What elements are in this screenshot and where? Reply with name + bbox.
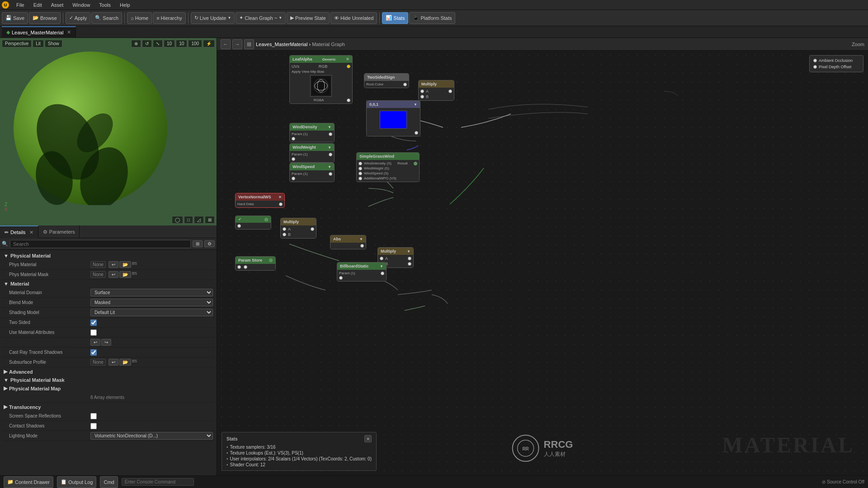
perspective-button[interactable]: Perspective (2, 40, 32, 47)
mult3-dropdown[interactable]: ▼ (407, 249, 410, 253)
preview-state-button[interactable]: ▶ Preview State (287, 12, 330, 24)
frame-button-2[interactable]: □ (184, 216, 193, 224)
param-small-node[interactable]: ✓ (235, 216, 271, 230)
menu-help[interactable]: Help (118, 2, 132, 8)
hide-unrelated-button[interactable]: 👁 Hide Unrelated (330, 12, 377, 24)
phys-mat-map-row: 8 Array elements (2, 393, 215, 403)
grid-size-button[interactable]: 10 (164, 40, 175, 47)
two-sided-sign-node[interactable]: TwoSidedSign Root Color (364, 73, 409, 88)
material-graph[interactable]: LeafAlpha Generic ✕ UVs RGB Apply View M… (217, 51, 868, 475)
apply-button[interactable]: ✓ Apply (66, 12, 91, 24)
main-tab[interactable]: ◆ Leaves_MasterMaterial ✕ (2, 26, 76, 38)
advanced-section[interactable]: ▶ Advanced (2, 367, 215, 376)
content-drawer-button[interactable]: 📁 Content Drawer (4, 476, 53, 488)
translate-button[interactable]: ⊕ (131, 40, 141, 47)
source-control-status[interactable]: ⊘ Source Control Off (822, 479, 864, 484)
multiply-node-2[interactable]: Multiply A B (280, 218, 316, 239)
platform-stats-button[interactable]: 📱 Platform Stats (409, 12, 455, 24)
wind-weight-dropdown[interactable]: ▼ (328, 145, 331, 150)
node-dropdown[interactable]: ▼ (414, 103, 417, 107)
use-mat-attrs-checkbox[interactable] (90, 329, 97, 336)
lighting-mode-select[interactable]: Volumetric NonDirectional (D...) (90, 432, 213, 440)
param-node-2[interactable]: Param Store (235, 256, 276, 271)
abs-dropdown[interactable]: ▼ (359, 237, 363, 241)
subsurface-pick[interactable]: ↩ (108, 359, 118, 366)
vertex-close[interactable]: ✕ (278, 195, 282, 199)
cast-ray-traced-checkbox[interactable] (90, 349, 97, 356)
lit-button[interactable]: Lit (33, 40, 44, 47)
blend-arrow-btn2[interactable]: ↪ (101, 339, 111, 346)
screen-space-checkbox[interactable] (90, 413, 97, 419)
parameters-tab[interactable]: ⚙ Parameters (38, 225, 80, 238)
physical-material-section[interactable]: ▼ Physical Material (2, 252, 215, 260)
shading-model-select[interactable]: Default Lit (90, 309, 213, 316)
wind-speed-dropdown[interactable]: ▼ (328, 165, 331, 169)
multiply-node-1[interactable]: Multiply A B (418, 80, 454, 101)
color-node[interactable]: 0,0,1 ▼ (366, 100, 420, 136)
menu-edit[interactable]: Edit (32, 2, 44, 8)
camera-speed-button[interactable]: ⚡ (203, 40, 215, 47)
search-button[interactable]: 🔍 Search (91, 12, 122, 24)
contact-shadows-value (90, 423, 213, 429)
live-update-button[interactable]: ↻ Live Update ▼ (191, 12, 235, 24)
blend-mode-select[interactable]: Masked (90, 299, 213, 306)
stats-button[interactable]: 📊 Stats (382, 12, 408, 24)
wind-density-node[interactable]: WindDensity ▼ Param (1) (289, 123, 335, 142)
browse-button[interactable]: 📂 Browse (29, 12, 61, 24)
scale-pct-button[interactable]: 100 (188, 40, 202, 47)
wind-weight-node[interactable]: WindWeight ▼ Param (1) (289, 143, 335, 163)
clean-graph-button[interactable]: ✦ Clean Graph ~ ▼ (236, 12, 286, 24)
tab-close-button[interactable]: ✕ (67, 29, 71, 35)
details-search-input[interactable] (10, 240, 191, 248)
console-input[interactable] (122, 478, 194, 486)
menu-window[interactable]: Window (71, 2, 92, 8)
menu-tools[interactable]: Tools (97, 2, 113, 8)
phys-mat-mask-browse[interactable]: 📂 (119, 271, 131, 278)
scale-button[interactable]: ⤡ (153, 40, 163, 47)
cmd-button[interactable]: Cmd (100, 476, 118, 488)
vertex-normal-node[interactable]: VertexNormalWS ✕ Hard Data (235, 193, 285, 208)
phys-material-browse[interactable]: 📂 (119, 261, 131, 268)
frame-button-3[interactable]: ◿ (194, 216, 204, 224)
node-dropdown2[interactable]: ▼ (328, 125, 331, 129)
settings-btn[interactable]: ⚙ (204, 240, 215, 247)
output-log-button[interactable]: 📋 Output Log (57, 476, 96, 488)
billboard-static-node[interactable]: BillboardStatic ▼ Param (1) (337, 262, 387, 282)
menu-asset[interactable]: Asset (49, 2, 66, 8)
phys-mat-mask-section[interactable]: ▼ Physical Material Mask (2, 376, 215, 384)
stats-close-button[interactable]: ✕ (364, 435, 372, 442)
menu-file[interactable]: File (14, 2, 26, 8)
material-section[interactable]: ▼ Material (2, 280, 215, 288)
angle-button[interactable]: 10 (176, 40, 187, 47)
phys-material-pick[interactable]: ↩ (108, 261, 118, 268)
two-sided-checkbox[interactable] (90, 319, 97, 326)
wind-speed-node[interactable]: WindSpeed ▼ Param (1) (289, 163, 335, 182)
layout-toggle[interactable]: ⊞ (193, 240, 203, 247)
rotate-button[interactable]: ↺ (142, 40, 152, 47)
details-tab[interactable]: ✏ Details ✕ (0, 225, 38, 238)
abs-node[interactable]: Abs ▼ (330, 235, 366, 249)
home-button[interactable]: ⌂ Home (127, 12, 152, 24)
back-button[interactable]: ← (221, 39, 231, 49)
billboard-dropdown[interactable]: ▼ (380, 264, 383, 268)
grid-view-button[interactable]: ⊞ (244, 39, 254, 49)
simple-grass-wind-node[interactable]: SimpleGrassWind WindIntensity (S) Result… (356, 152, 420, 182)
blend-arrow-btn[interactable]: ↩ (90, 339, 100, 346)
3d-viewport[interactable]: Perspective Lit Show Z X ⊕ ↺ ⤡ 10 10 100… (0, 38, 217, 225)
forward-button[interactable]: → (232, 39, 242, 49)
phys-mat-mask-pick[interactable]: ↩ (108, 271, 118, 278)
details-close-icon[interactable]: ✕ (29, 230, 33, 235)
frame-button-4[interactable]: ⊞ (205, 216, 215, 224)
save-button[interactable]: 💾 Save (2, 12, 28, 24)
phys-mat-map-section[interactable]: ▶ Physical Material Map (2, 384, 215, 393)
frame-button-1[interactable]: ◯ (172, 216, 183, 224)
contact-shadows-checkbox[interactable] (90, 423, 97, 429)
phys-mat-mask-collapse-icon: ▼ (4, 377, 9, 383)
hierarchy-button[interactable]: ≡ Hierarchy (153, 12, 186, 24)
material-domain-select[interactable]: Surface (90, 289, 213, 296)
subsurface-browse[interactable]: 📂 (119, 359, 131, 366)
leaf-alpha-node[interactable]: LeafAlpha Generic ✕ UVs RGB Apply View M… (289, 55, 353, 104)
show-button[interactable]: Show (45, 40, 62, 47)
translucency-section[interactable]: ▶ Translucency (2, 403, 215, 411)
node-close-icon[interactable]: ✕ (346, 57, 349, 61)
